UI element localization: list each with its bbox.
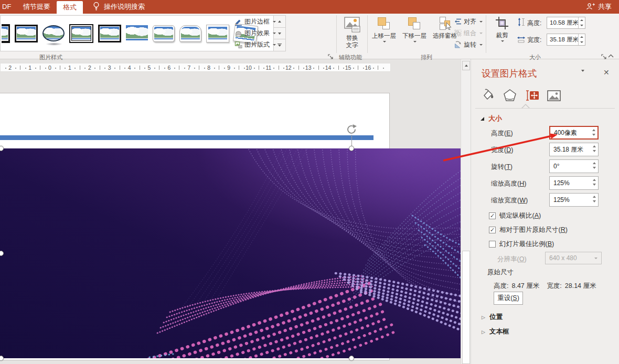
ruler-tick bbox=[174, 68, 175, 69]
ruler-number: 8 bbox=[207, 65, 210, 71]
tab-format-active[interactable]: 格式 bbox=[57, 1, 83, 15]
checkbox-checked-icon[interactable]: ✓ bbox=[489, 212, 496, 219]
bring-forward-button[interactable]: 上移一层 bbox=[369, 16, 399, 42]
collapsed-section-textbox[interactable]: ▷文本框 bbox=[482, 327, 509, 336]
format-picture-pane: 设置图片格式 ✕ bbox=[471, 59, 619, 364]
collapse-ribbon-icon[interactable] bbox=[607, 53, 614, 58]
picture-styles-dialog-launcher-icon[interactable] bbox=[328, 54, 334, 60]
checkbox-checked-icon[interactable]: ✓ bbox=[489, 227, 496, 233]
picture-style-oval[interactable] bbox=[42, 22, 65, 46]
field-input[interactable]: 125% bbox=[549, 176, 599, 190]
height-value: 10.58 厘米 bbox=[547, 17, 578, 28]
spinner[interactable] bbox=[593, 162, 596, 169]
field-input[interactable]: 400像素 bbox=[549, 126, 599, 140]
effects-icon bbox=[234, 29, 242, 37]
share-button[interactable]: 共享 bbox=[586, 0, 612, 14]
picture-effects-label: 图片效果 bbox=[244, 29, 270, 38]
spinner[interactable] bbox=[593, 196, 596, 202]
bring-forward-icon bbox=[377, 16, 391, 31]
vertical-scrollbar[interactable] bbox=[461, 59, 471, 364]
selected-picture-wave-art[interactable] bbox=[0, 148, 461, 358]
powerpoint-window: DF 情节提要 格式 操作说明搜索 共享 bbox=[0, 0, 619, 364]
size-dialog-launcher-icon[interactable] bbox=[601, 54, 607, 60]
height-spinbox[interactable]: 10.58 厘米 bbox=[547, 17, 585, 29]
picture-style-double-frame[interactable] bbox=[69, 22, 93, 46]
tab-partial[interactable]: DF bbox=[0, 0, 13, 14]
ruler-tick bbox=[333, 68, 334, 69]
picture-style-cut-black[interactable] bbox=[2, 22, 10, 46]
slide-blue-divider-shape[interactable] bbox=[0, 135, 373, 140]
width-spinbox[interactable]: 35.18 厘米 bbox=[547, 34, 585, 46]
group-label-accessibility: 辅助功能 bbox=[339, 53, 362, 61]
slide-editing-area: 21012345678910111213141516 bbox=[0, 59, 471, 364]
picture-style-black-matte[interactable] bbox=[98, 22, 121, 46]
crop-button[interactable]: 裁剪 bbox=[490, 16, 514, 42]
pane-menu-button[interactable] bbox=[581, 72, 584, 79]
reset-button[interactable]: 重设(S) bbox=[494, 292, 523, 305]
rotate-button[interactable]: 旋转 bbox=[454, 39, 483, 50]
checkbox-row[interactable]: ✓锁定纵横比(A) bbox=[489, 211, 541, 220]
ruler-number: 12 bbox=[285, 65, 292, 71]
collapsed-section-position[interactable]: ▷位置 bbox=[482, 313, 503, 322]
picture-style-full-bleed[interactable] bbox=[126, 22, 148, 46]
field-label: 高度(E) bbox=[491, 129, 513, 138]
ruler-tick bbox=[353, 68, 354, 69]
ribbon-tab-bar: DF 情节提要 格式 操作说明搜索 共享 bbox=[0, 0, 619, 14]
ruler-tick bbox=[94, 68, 95, 69]
spinner[interactable] bbox=[592, 129, 595, 136]
send-backward-button[interactable]: 下移一层 bbox=[400, 16, 429, 42]
rotation-handle[interactable] bbox=[346, 123, 357, 135]
ruler-number: 5 bbox=[148, 65, 151, 71]
dropdown-caret-icon bbox=[479, 44, 483, 46]
checkbox-row[interactable]: 幻灯片最佳比例(B) bbox=[489, 240, 554, 249]
more-arrow-icon bbox=[278, 45, 281, 47]
spinner[interactable] bbox=[593, 179, 596, 186]
bring-forward-label: 上移一层 bbox=[372, 32, 396, 39]
field-input[interactable]: 0° bbox=[549, 159, 599, 173]
selection-handle-bottom-center[interactable] bbox=[349, 356, 354, 361]
picture-layout-button[interactable]: 图片版式 bbox=[234, 39, 276, 50]
horizontal-ruler[interactable]: 21012345678910111213141516 bbox=[0, 63, 391, 72]
more-icon bbox=[278, 44, 282, 44]
spinner[interactable] bbox=[578, 17, 585, 28]
ruler-tick bbox=[65, 68, 66, 69]
field-input[interactable]: 35.18 厘米 bbox=[549, 143, 599, 156]
field-value: 125% bbox=[553, 194, 570, 206]
ribbon: 图片边框 图片效果 图片版式 图片样式 bbox=[0, 14, 619, 59]
alt-text-label: 替换文字 bbox=[345, 34, 359, 49]
pane-close-button[interactable]: ✕ bbox=[603, 68, 610, 77]
scrollbar-up-button[interactable] bbox=[462, 61, 470, 70]
size-properties-icon[interactable] bbox=[524, 87, 540, 104]
align-button[interactable]: 对齐 bbox=[454, 16, 483, 27]
effects-icon[interactable] bbox=[501, 87, 518, 104]
ruler-tick bbox=[219, 66, 219, 70]
ruler-tick bbox=[259, 66, 259, 70]
group-button[interactable]: 组合 bbox=[454, 28, 483, 38]
scrollbar-thumb[interactable] bbox=[462, 251, 470, 364]
ruler-tick bbox=[323, 68, 324, 69]
size-section-header[interactable]: 大小 bbox=[481, 114, 502, 123]
resolution-label: 分辨率(O) bbox=[497, 255, 527, 264]
width-icon bbox=[517, 35, 525, 43]
alt-text-button[interactable]: 替换文字 bbox=[338, 16, 366, 49]
picture-style-rounded[interactable] bbox=[153, 22, 175, 46]
spinner[interactable] bbox=[593, 145, 596, 152]
picture-effects-button[interactable]: 图片效果 bbox=[234, 28, 276, 38]
fill-icon[interactable] bbox=[479, 87, 496, 104]
ruler-tick bbox=[298, 66, 299, 70]
picture-icon[interactable] bbox=[546, 87, 562, 104]
checkbox-unchecked-icon[interactable] bbox=[489, 241, 496, 248]
picture-style-white-matte[interactable] bbox=[206, 22, 229, 46]
picture-style-black-matte[interactable] bbox=[15, 22, 38, 46]
landscape-preview-icon bbox=[208, 27, 227, 40]
ruler-tick bbox=[114, 68, 115, 69]
tab-storyboard[interactable]: 情节提要 bbox=[17, 0, 57, 14]
resolution-dropdown[interactable]: 640 x 480 bbox=[545, 252, 602, 264]
picture-border-button[interactable]: 图片边框 bbox=[234, 16, 276, 27]
tellme-search[interactable]: 操作说明搜索 bbox=[92, 0, 145, 14]
checkbox-row[interactable]: ✓相对于图片原始尺寸(R) bbox=[489, 226, 568, 234]
spinner[interactable] bbox=[578, 34, 585, 45]
selection-handle-top-center[interactable] bbox=[349, 146, 354, 151]
picture-style-arch[interactable] bbox=[179, 22, 201, 46]
field-input[interactable]: 125% bbox=[549, 193, 599, 207]
